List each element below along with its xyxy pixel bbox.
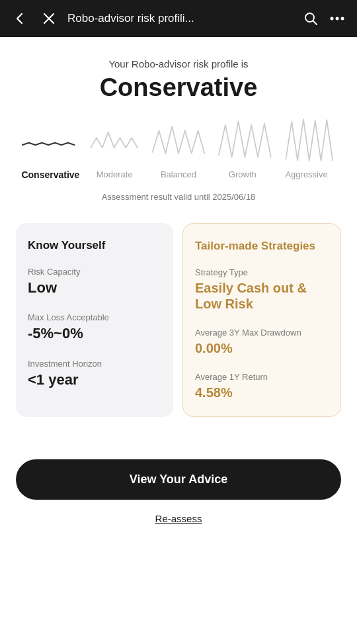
view-advice-button[interactable]: View Your Advice xyxy=(16,459,341,500)
risk-labels: Conservative Moderate Balanced Growth Ag… xyxy=(16,169,341,180)
avg-return-label: Average 1Y Return xyxy=(195,372,329,382)
max-drawdown-field: Average 3Y Max Drawdown 0.00% xyxy=(195,328,329,356)
tailor-made-card: Tailor-made Strategies Strategy Type Eas… xyxy=(182,223,341,417)
reassess-button[interactable]: Re-assess xyxy=(16,513,341,524)
back-button[interactable] xyxy=(9,8,30,29)
main-content: Your Robo-advisor risk profile is Conser… xyxy=(0,37,357,459)
search-button[interactable] xyxy=(300,8,321,29)
risk-chart xyxy=(16,118,341,164)
svg-point-1 xyxy=(331,17,334,21)
page-title: Robo-advisor risk profili... xyxy=(67,12,292,25)
risk-label-balanced: Balanced xyxy=(147,169,211,180)
risk-capacity-field: Risk Capacity Low xyxy=(28,267,161,297)
strategy-type-field: Strategy Type Easily Cash out & Low Risk xyxy=(195,267,329,312)
close-button[interactable] xyxy=(38,8,60,29)
avg-return-field: Average 1Y Return 4.58% xyxy=(195,372,329,400)
profile-title: Conservative xyxy=(16,73,341,102)
validity-text: Assessment result valid until 2025/06/18 xyxy=(16,192,341,202)
investment-horizon-value: <1 year xyxy=(28,371,161,389)
info-cards: Know Yourself Risk Capacity Low Max Loss… xyxy=(16,223,341,417)
risk-capacity-value: Low xyxy=(28,279,161,297)
svg-point-2 xyxy=(336,17,339,21)
avg-return-value: 4.58% xyxy=(195,385,329,400)
risk-label-moderate: Moderate xyxy=(83,169,147,180)
know-yourself-card: Know Yourself Risk Capacity Low Max Loss… xyxy=(16,223,173,417)
risk-label-growth: Growth xyxy=(210,169,274,180)
profile-subtitle: Your Robo-advisor risk profile is xyxy=(16,58,341,69)
max-loss-field: Max Loss Acceptable -5%~0% xyxy=(28,312,161,342)
svg-point-3 xyxy=(341,17,344,21)
investment-horizon-label: Investment Horizon xyxy=(28,359,161,369)
max-drawdown-value: 0.00% xyxy=(195,340,329,356)
strategy-type-value: Easily Cash out & Low Risk xyxy=(195,280,329,312)
max-drawdown-label: Average 3Y Max Drawdown xyxy=(195,328,329,338)
header-actions xyxy=(300,8,348,29)
max-loss-value: -5%~0% xyxy=(28,325,161,342)
more-button[interactable] xyxy=(327,8,348,29)
know-yourself-title: Know Yourself xyxy=(28,239,161,252)
bottom-section: View Your Advice Re-assess xyxy=(0,459,357,551)
tailor-made-title: Tailor-made Strategies xyxy=(195,240,329,253)
max-loss-label: Max Loss Acceptable xyxy=(28,312,161,322)
strategy-type-label: Strategy Type xyxy=(195,267,329,277)
risk-label-aggressive: Aggressive xyxy=(274,169,338,180)
risk-capacity-label: Risk Capacity xyxy=(28,267,161,277)
investment-horizon-field: Investment Horizon <1 year xyxy=(28,359,161,389)
risk-label-conservative: Conservative xyxy=(19,169,83,180)
app-header: Robo-advisor risk profili... xyxy=(0,0,357,37)
